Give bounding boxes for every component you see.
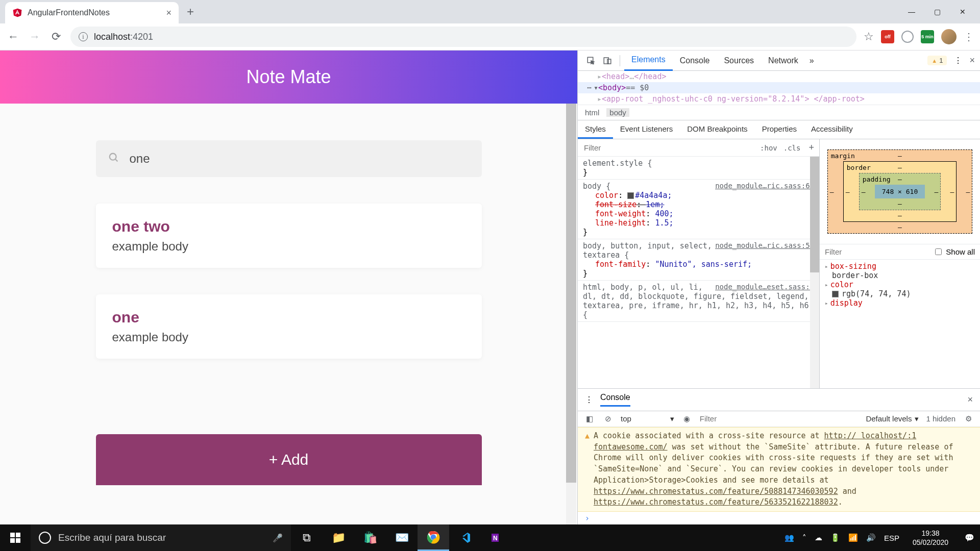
battery-icon[interactable]: 🔋 [830, 533, 840, 542]
devtools-settings-icon[interactable]: ⋮ [954, 56, 962, 65]
console-prompt[interactable]: › [578, 512, 980, 525]
profile-avatar[interactable] [941, 29, 957, 44]
search-box[interactable] [96, 140, 482, 177]
box-model-content: 748 × 610 [875, 185, 925, 198]
action-center-icon[interactable]: 💬 [962, 533, 977, 542]
clear-console-icon[interactable]: ⊘ [602, 414, 614, 423]
show-all-checkbox[interactable] [935, 248, 942, 255]
language-indicator[interactable]: ESP [884, 534, 899, 542]
task-view-icon[interactable]: ⧉ [291, 524, 323, 551]
windows-logo-icon [10, 533, 20, 543]
taskbar-clock[interactable]: 19:38 05/02/2020 [908, 529, 953, 547]
show-all-label: Show all [946, 247, 975, 256]
svg-line-1 [115, 159, 117, 162]
console-filter-input[interactable] [700, 414, 859, 423]
drawer-close-icon[interactable]: × [967, 394, 973, 405]
close-tab-icon[interactable]: × [166, 8, 172, 18]
new-tab-button[interactable]: + [187, 5, 194, 19]
app-header: Note Mate [0, 51, 577, 104]
chrome-icon[interactable] [418, 524, 449, 551]
svg-rect-4 [607, 59, 611, 64]
dom-breadcrumb[interactable]: html body [578, 105, 980, 120]
url-port: :4201 [130, 32, 153, 42]
subtab-event-listeners[interactable]: Event Listeners [613, 120, 680, 139]
add-note-button[interactable]: + Add [96, 434, 482, 485]
computed-filter-input[interactable] [825, 247, 931, 256]
styles-filter-input[interactable] [578, 143, 757, 152]
site-info-icon[interactable]: i [79, 32, 88, 41]
url-host: localhost [94, 32, 130, 42]
onenote-icon[interactable]: N [481, 524, 512, 551]
note-card[interactable]: one two example body [96, 204, 482, 268]
browser-menu-icon[interactable]: ⋮ [964, 31, 974, 43]
elements-tree[interactable]: ▸ <head>…</head> ⋯▾ <body> == $0 ▸ <app-… [578, 71, 980, 120]
onedrive-icon[interactable]: ☁ [815, 533, 822, 542]
console-warning-row[interactable]: ▲ A cookie associated with a cross-site … [578, 427, 980, 512]
box-model-diagram[interactable]: margin – – – – border – – – – padding [820, 139, 980, 244]
maximize-icon[interactable]: ▢ [932, 8, 942, 16]
inspect-element-icon[interactable] [583, 56, 599, 65]
back-button[interactable]: ← [6, 30, 20, 44]
tab-network[interactable]: Network [761, 51, 805, 71]
drawer-menu-icon[interactable]: ⋮ [585, 395, 593, 405]
tab-console[interactable]: Console [673, 51, 717, 71]
tab-elements[interactable]: Elements [624, 51, 673, 71]
tab-title: AngularFrontendNotes [28, 8, 161, 17]
opera-extension-icon[interactable] [901, 31, 914, 43]
note-body: example body [112, 330, 465, 344]
microsoft-store-icon[interactable]: 🛍️ [354, 524, 386, 551]
minimize-icon[interactable]: ― [906, 8, 917, 16]
taskbar-search-placeholder: Escribe aquí para buscar [58, 532, 166, 543]
subtab-styles[interactable]: Styles [578, 120, 613, 139]
tab-sources[interactable]: Sources [717, 51, 761, 71]
live-expression-icon[interactable]: ◉ [681, 414, 693, 423]
mail-icon[interactable]: ✉️ [386, 524, 418, 551]
extension-green-badge[interactable]: 5 min [921, 30, 934, 43]
styles-scrollbar[interactable] [810, 157, 819, 388]
console-context-select[interactable]: top▾ [621, 414, 674, 423]
hov-toggle[interactable]: :hov [757, 144, 780, 152]
tabs-overflow-icon[interactable]: » [810, 56, 814, 65]
windows-taskbar[interactable]: Escribe aquí para buscar 🎤 ⧉ 📁 🛍️ ✉️ N 👥… [0, 524, 980, 551]
note-title: one [112, 309, 465, 326]
subtab-dom-breakpoints[interactable]: DOM Breakpoints [680, 120, 754, 139]
console-settings-icon[interactable]: ⚙ [963, 414, 974, 423]
forward-button[interactable]: → [28, 30, 42, 44]
mic-icon[interactable]: 🎤 [273, 533, 283, 543]
subtab-properties[interactable]: Properties [755, 120, 804, 139]
app-viewport: Note Mate one two example body one examp… [0, 51, 577, 525]
device-toolbar-icon[interactable] [599, 56, 616, 65]
browser-tab[interactable]: AngularFrontendNotes × [5, 2, 179, 23]
subtab-accessibility[interactable]: Accessibility [804, 120, 860, 139]
warning-count-badge[interactable]: 1 [927, 56, 947, 65]
start-button[interactable] [0, 533, 31, 543]
people-icon[interactable]: 👥 [785, 533, 794, 542]
vscode-icon[interactable] [449, 524, 481, 551]
cls-toggle[interactable]: .cls [780, 144, 804, 152]
page-scrollbar[interactable] [566, 104, 576, 525]
search-icon [108, 152, 119, 165]
cortana-icon [39, 532, 51, 544]
taskbar-search[interactable]: Escribe aquí para buscar 🎤 [31, 524, 291, 551]
wifi-icon[interactable]: 📶 [848, 533, 858, 542]
extension-off-badge[interactable]: off [881, 30, 894, 43]
styles-list[interactable]: element.style { } node_module…ric.sass:6… [578, 157, 819, 388]
svg-point-0 [109, 154, 116, 160]
file-explorer-icon[interactable]: 📁 [323, 524, 354, 551]
new-style-rule-icon[interactable]: + [803, 142, 819, 153]
note-card[interactable]: one example body [96, 294, 482, 359]
close-window-icon[interactable]: ✕ [958, 8, 968, 16]
console-sidebar-icon[interactable]: ◧ [584, 414, 595, 423]
hidden-count[interactable]: 1 hidden [926, 414, 955, 423]
volume-icon[interactable]: 🔊 [866, 533, 876, 542]
log-levels-select[interactable]: Default levels ▾ [866, 414, 919, 423]
search-input[interactable] [130, 152, 470, 166]
drawer-tab-console[interactable]: Console [600, 393, 630, 407]
address-bar[interactable]: i localhost:4201 [70, 27, 856, 47]
tray-chevron-icon[interactable]: ˄ [802, 533, 806, 542]
bookmark-icon[interactable]: ☆ [864, 30, 874, 43]
computed-properties[interactable]: ▸box-sizing border-box ▸color rgb(74, 74… [820, 260, 980, 310]
devtools-close-icon[interactable]: × [969, 55, 975, 66]
note-title: one two [112, 218, 465, 235]
reload-button[interactable]: ⟳ [49, 30, 63, 44]
